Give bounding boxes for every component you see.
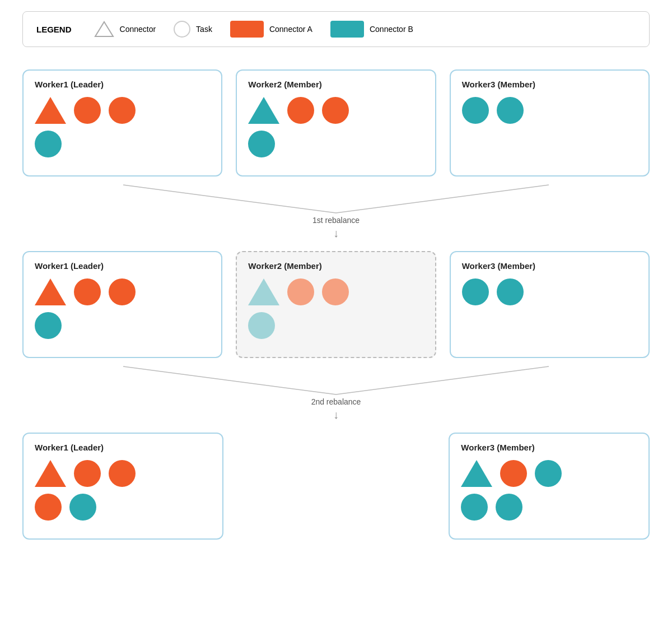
worker1-leader-box: Worker1 (Leader) — [22, 69, 222, 177]
worker2-row2-initial — [248, 131, 423, 157]
rebalance2-lines — [11, 364, 661, 397]
rebalance1-arrow: ↓ — [333, 227, 339, 240]
worker1-row2-3 — [35, 494, 211, 521]
worker1-leader-title-3: Worker1 (Leader) — [35, 443, 211, 452]
connector-b-circle-8 — [69, 494, 96, 521]
rebalance1-label: 1st rebalance — [312, 216, 360, 225]
worker3-member-box-2: Worker3 (Member) — [450, 251, 650, 358]
connector-a-circle-faded-2 — [322, 278, 349, 305]
legend-title: LEGEND — [36, 25, 72, 34]
connector-a-triangle-3 — [35, 460, 66, 487]
connector-b-triangle — [248, 97, 279, 124]
connector-a-circle-7 — [74, 460, 101, 487]
connector-b-circle-4 — [497, 97, 524, 124]
worker1-leader-box-2: Worker1 (Leader) — [22, 251, 222, 358]
worker3-member-box-initial: Worker3 (Member) — [450, 69, 650, 177]
connector-a-triangle-2 — [35, 278, 66, 305]
connector-b-circle-9 — [535, 460, 562, 487]
worker3-member-box-3: Worker3 (Member) — [449, 433, 650, 540]
task-circle-icon — [174, 21, 190, 38]
worker2-row1-initial — [248, 97, 423, 124]
legend-item-connector: Connector — [94, 21, 156, 38]
worker3-member-title-initial: Worker3 (Member) — [462, 80, 637, 89]
svg-line-4 — [336, 366, 549, 394]
connector-b-circle-2 — [248, 131, 275, 157]
worker3-member-title-3: Worker3 (Member) — [461, 443, 637, 452]
legend-item-connector-a: Connector A — [230, 21, 312, 38]
svg-line-1 — [123, 185, 336, 213]
worker3-row1-3 — [461, 460, 637, 487]
legend-task-label: Task — [196, 25, 212, 34]
worker2-row1-faded — [248, 278, 423, 305]
legend: LEGEND Connector Task Connector A Connec… — [22, 11, 650, 47]
connector-b-circle-3 — [462, 97, 489, 124]
connector-a-circle-9 — [35, 494, 62, 521]
rebalance2-section: 2nd rebalance ↓ — [11, 364, 661, 427]
connector-b-triangle-2 — [461, 460, 492, 487]
worker1-row1 — [35, 97, 210, 124]
worker2-member-title-faded: Worker2 (Member) — [248, 261, 423, 271]
worker3-member-title-2: Worker3 (Member) — [462, 261, 637, 271]
connector-b-circle-6 — [462, 278, 489, 305]
connector-b-circle-faded — [248, 312, 275, 339]
legend-item-task: Task — [174, 21, 212, 38]
worker1-row1-2 — [35, 278, 210, 305]
worker3-row1-2 — [462, 278, 637, 305]
rebalance1-section: 1st rebalance ↓ — [11, 182, 661, 245]
connector-a-circle-1 — [74, 97, 101, 124]
connector-triangle-icon — [94, 21, 114, 38]
workers-row-initial: Worker1 (Leader) Worker2 (Member) Worker… — [11, 69, 661, 177]
legend-connector-b-label: Connector B — [370, 25, 413, 34]
worker3-row1-initial — [462, 97, 637, 124]
workers-row-after1: Worker1 (Leader) Worker2 (Member) Worker… — [11, 251, 661, 358]
connector-a-circle-3 — [287, 97, 314, 124]
workers-row-after2: Worker1 (Leader) Worker3 (Member) — [11, 433, 661, 540]
worker1-leader-title: Worker1 (Leader) — [35, 80, 210, 89]
connector-a-circle-faded-1 — [287, 278, 314, 305]
connector-a-triangle — [35, 97, 66, 124]
connector-b-circle-1 — [35, 131, 62, 157]
legend-item-connector-b: Connector B — [330, 21, 413, 38]
worker2-member-box-initial: Worker2 (Member) — [236, 69, 436, 177]
connector-b-triangle-faded — [248, 278, 279, 305]
worker2-member-box-faded: Worker2 (Member) — [236, 251, 436, 358]
connector-b-rect-icon — [330, 21, 364, 38]
worker2-member-title-initial: Worker2 (Member) — [248, 80, 423, 89]
connector-b-circle-5 — [35, 312, 62, 339]
worker1-leader-box-3: Worker1 (Leader) — [22, 433, 223, 540]
legend-connector-a-label: Connector A — [269, 25, 312, 34]
connector-a-circle-4 — [322, 97, 349, 124]
svg-line-3 — [123, 366, 336, 394]
connector-a-circle-6 — [109, 278, 136, 305]
worker1-row2-2 — [35, 312, 210, 339]
rebalance2-label: 2nd rebalance — [311, 397, 361, 406]
connector-a-circle-5 — [74, 278, 101, 305]
connector-a-circle-10 — [500, 460, 527, 487]
worker3-row2-3 — [461, 494, 637, 521]
legend-connector-label: Connector — [120, 25, 156, 34]
worker1-row1-3 — [35, 460, 211, 487]
connector-a-circle-8 — [109, 460, 136, 487]
svg-line-2 — [336, 185, 549, 213]
connector-b-circle-10 — [461, 494, 488, 521]
svg-marker-0 — [95, 22, 113, 36]
worker2-row2-faded — [248, 312, 423, 339]
rebalance2-arrow: ↓ — [333, 408, 339, 421]
connector-a-rect-icon — [230, 21, 264, 38]
empty-worker-slot — [237, 433, 436, 540]
worker1-leader-title-2: Worker1 (Leader) — [35, 261, 210, 271]
worker1-row2 — [35, 131, 210, 157]
connector-a-circle-2 — [109, 97, 136, 124]
connector-b-circle-11 — [496, 494, 522, 521]
connector-b-circle-7 — [497, 278, 524, 305]
rebalance1-lines — [11, 182, 661, 216]
